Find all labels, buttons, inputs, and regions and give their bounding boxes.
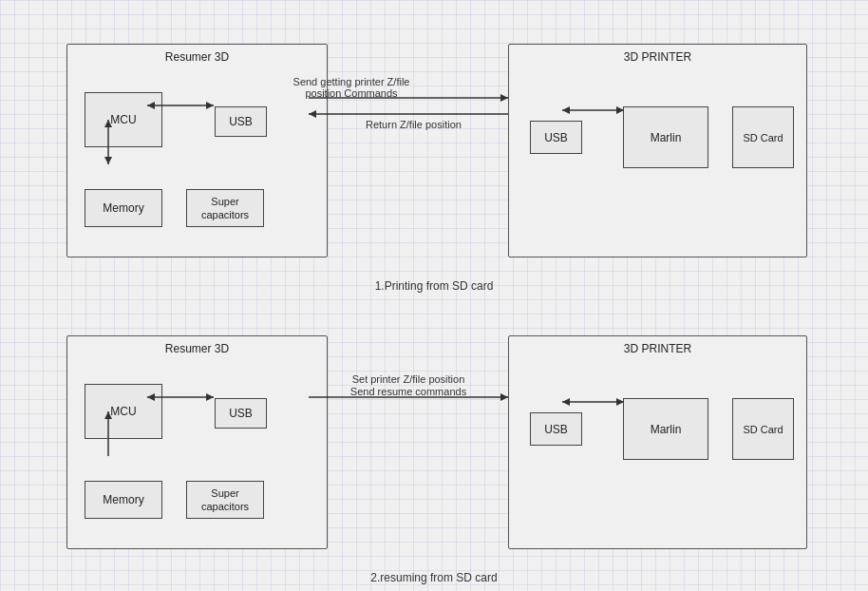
diagram1-right-title: 3D PRINTER [509,45,806,64]
diagram1-sdcard-box: SD Card [732,106,794,168]
diagram2-send-label: Set printer Z/file position [352,373,465,385]
diagram2-usb-left-box: USB [215,398,267,429]
diagram2-mcu-box: MCU [85,384,162,439]
diagram2-left-box: Resumer 3D MCU USB Memory Supercapacitor… [66,335,328,549]
diagram2-memory-box: Memory [85,481,162,519]
diagram1-usb-right-box: USB [530,121,582,154]
svg-marker-4 [500,94,508,102]
diagram1-mcu-box: MCU [85,92,162,147]
diagram2-send-label2: Send resume commands [350,386,467,397]
diagram1-memory-box: Memory [85,189,162,227]
diagram1-right-box: 3D PRINTER USB Marlin SD Card [508,44,807,257]
diagram1: Resumer 3D MCU USB Memory Supercapacitor… [52,17,816,293]
diagram2-supercap-box: Supercapacitors [186,481,264,519]
diagram2-caption: 2.resuming from SD card [52,571,816,584]
diagram1-left-box: Resumer 3D MCU USB Memory Supercapacitor… [66,44,328,257]
diagram1-marlin-box: Marlin [623,106,708,168]
diagram1-supercap-box: Supercapacitors [186,189,264,227]
diagram2-usb-right-box: USB [530,412,582,446]
diagram1-return-label: Return Z/file position [366,119,462,130]
diagram1-caption: 1.Printing from SD card [52,279,816,293]
diagram2-sdcard-box: SD Card [732,398,794,460]
diagram1-usb-left-box: USB [215,106,267,137]
diagram2-marlin-box: Marlin [623,398,708,460]
diagram1-left-title: Resumer 3D [67,45,327,64]
diagram2-right-title: 3D PRINTER [509,336,806,355]
diagram2-left-title: Resumer 3D [67,336,327,355]
diagram2-right-box: 3D PRINTER USB Marlin SD Card [508,335,807,549]
diagram2: Resumer 3D MCU USB Memory Supercapacitor… [52,309,816,584]
svg-marker-17 [500,393,508,401]
